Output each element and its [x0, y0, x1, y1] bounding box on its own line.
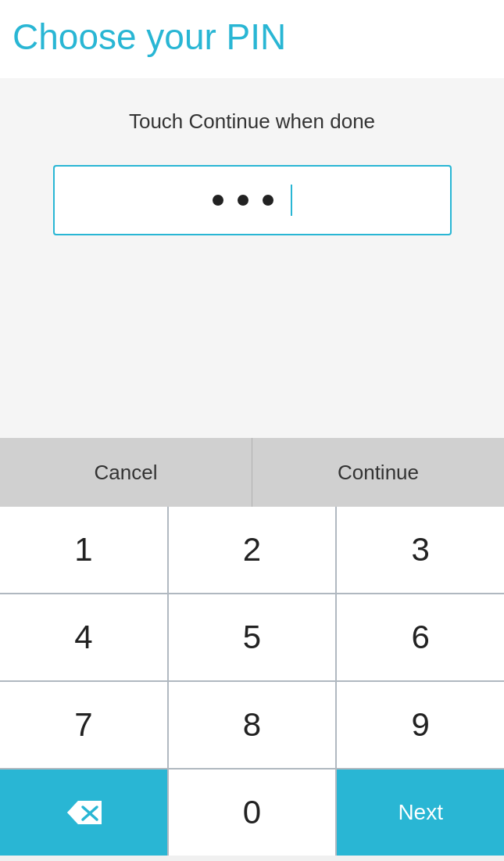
key-3[interactable]: 3 [337, 507, 504, 593]
backspace-icon [64, 799, 103, 826]
pin-cursor [291, 185, 292, 216]
key-7[interactable]: 7 [0, 682, 167, 768]
key-9[interactable]: 9 [337, 682, 504, 768]
pin-dot-1 [213, 195, 223, 206]
action-bar: Cancel Continue [0, 438, 504, 507]
header: Choose your PIN [0, 0, 504, 78]
continue-button[interactable]: Continue [252, 438, 504, 507]
pin-dot-3 [263, 195, 273, 206]
top-section: Touch Continue when done [0, 78, 504, 438]
pin-input-box[interactable] [53, 165, 452, 235]
key-6[interactable]: 6 [337, 594, 504, 680]
next-button[interactable]: Next [337, 770, 504, 856]
key-8[interactable]: 8 [169, 682, 336, 768]
backspace-button[interactable] [0, 770, 167, 856]
subtitle: Touch Continue when done [129, 109, 375, 134]
key-0[interactable]: 0 [169, 770, 336, 856]
key-1[interactable]: 1 [0, 507, 167, 593]
key-2[interactable]: 2 [169, 507, 336, 593]
pin-dot-2 [238, 195, 248, 206]
page-title: Choose your PIN [13, 16, 491, 58]
cancel-button[interactable]: Cancel [0, 438, 252, 507]
key-5[interactable]: 5 [169, 594, 336, 680]
key-4[interactable]: 4 [0, 594, 167, 680]
pin-dots [213, 185, 292, 216]
numpad: 1 2 3 4 5 6 7 8 9 0 Next [0, 507, 504, 856]
